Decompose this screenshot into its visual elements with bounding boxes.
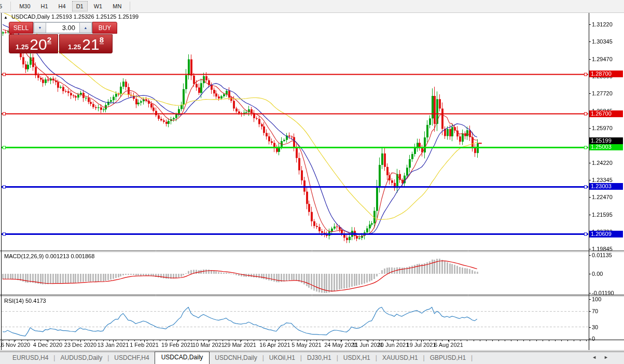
sell-price-big: 20 xyxy=(30,37,47,52)
chart-tab-bar: EURUSD,H4|AUDUSD,Daily|USDCHF,H4USDCAD,D… xyxy=(0,352,624,364)
tab-scroll-left-icon[interactable]: ◄ xyxy=(592,355,604,360)
timeframe-toolbar: 5M30H1H4D1W1MN xyxy=(0,0,624,13)
price-tick-label: 1.31220 xyxy=(592,21,613,27)
date-tick-label: 6 Aug 2021 xyxy=(428,342,469,348)
price-tick-label: 1.25970 xyxy=(592,125,613,131)
price-tick-label: 1.23345 xyxy=(592,177,613,183)
bid-price-label: 1.25199 xyxy=(589,137,623,144)
chart-tab-xauusd[interactable]: XAUUSD,H1 xyxy=(377,352,423,364)
sell-price-box[interactable]: 1.25 20 2 xyxy=(9,34,58,53)
timeframe-button-d1[interactable]: D1 xyxy=(72,1,88,11)
buy-price-box[interactable]: 1.25 21 8 xyxy=(59,34,113,53)
chart-tab-gbpusd[interactable]: GBPUSD,H1 xyxy=(425,352,471,364)
chart-canvas[interactable] xyxy=(0,0,624,364)
hline-price-label[interactable]: 1.20609 xyxy=(589,231,623,237)
macd-axis-label: 0.00 xyxy=(592,271,603,277)
timeframe-button-mn[interactable]: MN xyxy=(108,1,126,11)
macd-axis-label: 0.01135 xyxy=(592,252,612,258)
volume-increase-button[interactable]: ▲ xyxy=(79,22,92,33)
price-tick-label: 1.21595 xyxy=(592,212,613,218)
chart-symbol-label: USDCAD,Daily xyxy=(11,13,50,20)
rsi-axis-label: 30 xyxy=(592,324,598,330)
rsi-axis-label: 70 xyxy=(592,308,598,314)
chart-tab-usdcnh[interactable]: USDCNH,Daily xyxy=(210,352,262,364)
chart-tab-usdchf[interactable]: USDCHF,H4 xyxy=(109,352,154,364)
chart-tab-dj30[interactable]: DJ30,H1 xyxy=(302,352,337,364)
buy-price-sup: 8 xyxy=(100,36,104,44)
buy-button[interactable]: BUY xyxy=(92,22,117,34)
chart-tab-usdx[interactable]: USDX,H1 xyxy=(338,352,376,364)
timeframe-button-h4[interactable]: H4 xyxy=(54,1,70,11)
price-tick-label: 1.30345 xyxy=(592,38,613,45)
timeframe-button-h1[interactable]: H1 xyxy=(37,1,52,11)
price-tick-label: 1.29470 xyxy=(592,56,613,62)
rsi-header: RSI(14) 50.4173 xyxy=(4,298,46,304)
volume-input[interactable]: 3.00 xyxy=(46,22,79,33)
chart-tab-ukoil[interactable]: UKOil,H1 xyxy=(264,352,300,364)
price-tick-label: 1.27720 xyxy=(592,90,613,96)
rsi-value: 50.4173 xyxy=(25,298,46,304)
macd-values: 0.001213 0.001868 xyxy=(45,253,94,259)
timeframe-button-w1[interactable]: W1 xyxy=(90,1,107,11)
tab-separator: | xyxy=(471,354,473,364)
toolbar-separator xyxy=(130,2,130,11)
trading-terminal: 5M30H1H4D1W1MN ▲ USDCAD,Daily 1.25193 1.… xyxy=(0,0,624,364)
chart-tab-audusd[interactable]: AUDUSD,Daily xyxy=(55,352,107,364)
price-tick-label: 1.19845 xyxy=(592,246,613,252)
hline-price-label[interactable]: 1.25003 xyxy=(589,144,623,150)
rsi-name: RSI(14) xyxy=(4,298,24,304)
sell-price-sup: 2 xyxy=(47,36,51,44)
rsi-axis-label: 100 xyxy=(592,296,601,302)
sell-button[interactable]: SELL xyxy=(9,22,33,34)
tab-scroll-right-icon[interactable]: ► xyxy=(604,355,616,360)
macd-axis-label: -0.01190 xyxy=(592,290,614,296)
price-tick-label: 1.24220 xyxy=(592,160,613,166)
macd-header: MACD(12,26,9) 0.001213 0.001868 xyxy=(4,253,94,259)
volume-spinner: ▼ 3.00 ▲ xyxy=(33,22,92,34)
hline-price-label[interactable]: 1.28700 xyxy=(589,71,623,77)
volume-decrease-button[interactable]: ▼ xyxy=(34,22,46,33)
tab-scroll-arrows: ◄► xyxy=(592,355,616,360)
one-click-trade-panel: SELL ▼ 3.00 ▲ BUY 1.25 20 2 1.25 21 8 xyxy=(9,22,117,53)
timeframe-button-5[interactable]: 5 xyxy=(0,1,6,11)
sell-price-small: 1.25 xyxy=(16,42,29,52)
timeframe-button-m30[interactable]: M30 xyxy=(15,1,34,11)
toolbar-separator xyxy=(10,2,11,11)
price-tick-label: 1.22470 xyxy=(592,194,613,200)
chart-tab-usdcad[interactable]: USDCAD,Daily xyxy=(155,352,210,364)
collapse-triangle-icon[interactable]: ▲ xyxy=(4,15,8,20)
chart-title: ▲ USDCAD,Daily 1.25193 1.25326 1.25125 1… xyxy=(4,13,138,20)
buy-price-big: 21 xyxy=(82,37,99,52)
hline-price-label[interactable]: 1.23003 xyxy=(589,183,623,190)
hline-price-label[interactable]: 1.26700 xyxy=(589,110,623,117)
rsi-axis-label: 0 xyxy=(592,335,595,342)
buy-price-small: 1.25 xyxy=(68,42,81,52)
chart-ohlc-values: 1.25193 1.25326 1.25125 1.25199 xyxy=(51,13,138,20)
macd-name: MACD(12,26,9) xyxy=(4,253,44,259)
chart-tab-eurusd[interactable]: EURUSD,H4 xyxy=(7,352,53,364)
